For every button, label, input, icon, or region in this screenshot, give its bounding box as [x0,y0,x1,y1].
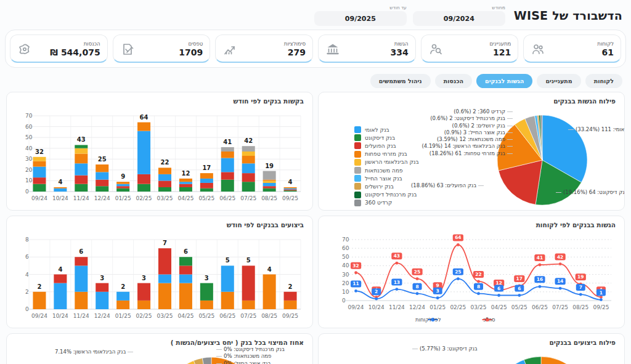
legend-swatch [354,142,361,149]
tab-bar: לקוחות מתעניינים הגשות לבנקים הכנסות ניה… [9,74,622,88]
x-tick-label: 07/25 [240,313,256,319]
bar-segment [137,123,150,131]
bar-segment [75,184,88,192]
bar-total-label: 9 [121,173,125,180]
y-tick-label: 20 [25,167,33,173]
bar-segment [179,257,192,265]
kpi-panel: לקוחות 61 מתעניינים 121 הגשות 334 סימולצ… [5,30,626,68]
bar-segment [158,248,171,274]
y-tick-label: 70 [25,113,33,119]
x-tick-label: 03/25 [157,313,173,319]
x-tick-label: 07/25 [240,195,256,201]
x-tick-label: 12/24 [94,313,110,319]
bar-segment [158,275,171,283]
legend-label: קרדיט 360 [365,200,392,206]
y-tick-label: 0 [342,297,346,304]
tab-customers[interactable]: לקוחות [585,74,622,88]
bar-segment [75,148,88,154]
x-tick-label: 03/25 [157,195,173,201]
bank-requests-bar-chart[interactable]: 0102030405060703209/24410/244311/242512/… [9,106,309,208]
forms-icon [120,42,135,57]
legend-label: פמה משכנתאות [365,168,403,174]
data-point [559,287,562,290]
tab-income[interactable]: הכנסות [435,74,472,88]
kpi-customers: לקוחות 61 [523,34,621,63]
bar-segment [263,171,276,180]
chart-card-performance-split: פילוח ביצועים בבנקים בנק דיסקונט: 3 (5.7… [318,333,625,364]
point-value-text: 25 [455,269,461,275]
legend-swatch [354,175,361,182]
x-tick-label: 11/24 [73,195,89,201]
y-tick-label: 10 [25,177,33,184]
tab-prospects[interactable]: מתעניינים [537,74,580,88]
bar-total-label: 2 [121,283,125,290]
bar-segment [221,147,234,152]
data-point [518,294,521,297]
data-point [539,264,542,267]
point-value-text: 64 [455,235,461,240]
bar-total-label: 25 [98,156,107,163]
kpi-label: לקוחות [597,41,614,47]
x-tick-label: 05/25 [198,195,214,201]
x-tick-label: 09/25 [282,195,298,201]
date-from-label: מחודש [413,5,505,10]
bar-segment [200,173,213,179]
date-from: מחודש 09/2024 [413,5,505,26]
legend-item: בנק אוצר החייל [354,174,419,182]
bar-segment [263,275,276,310]
chart-card-bank-requests: בקשות בנקים לפי חודש 0102030405060703209… [6,92,313,211]
charts-grid: פילוח הגשות בבנקים בנק לאומיבנק דיסקונטב… [6,92,625,364]
y-tick-label: 4 [25,272,29,278]
bank-performance-bar-chart[interactable]: 02468209/24410/24611/24312/24201/25302/2… [9,230,309,325]
bar-segment [137,283,150,301]
y-tick-label: 0 [25,188,29,195]
bar-segment [284,190,297,192]
kpi-forms: טפסים 1709 [113,34,211,63]
bar-segment [242,182,255,192]
kpi-label: מתעניינים [489,41,511,47]
date-to: עד חודש 09/2025 [314,5,407,26]
bar-segment [54,283,67,309]
bar-segment [96,292,108,309]
legend-swatch [354,126,361,133]
legend-label: בנק ירושלים [365,184,394,190]
x-tick-label: 02/25 [136,313,152,319]
bar-segment [75,176,88,184]
tab-user-management[interactable]: ניהול משתמשים [370,74,431,88]
y-tick-label: 50 [25,134,33,140]
header: הדשבורד של WISE מחודש 09/2024 עד חודש 09… [0,0,631,28]
chart-card-utilization: אחוז המיצוי בכל בנק ( יחס ביצועים/הגשות … [6,333,313,364]
x-tick-label: 05/25 [511,304,527,310]
bar-segment [242,173,255,182]
y-tick-label: 60 [25,124,33,130]
bar-segment [116,184,129,187]
x-tick-label: 09/24 [31,195,47,201]
bar-segment [75,265,88,291]
bar-total-label: 2 [37,283,41,290]
submissions-line-chart[interactable]: 01020304050607009/2410/2411/2412/2401/25… [321,230,621,326]
bar-segment [200,188,213,192]
point-value-text: 32 [352,263,359,269]
bar-total-label: 4 [58,266,62,273]
point-value-text: 2 [375,289,378,294]
x-tick-label: 09/25 [282,313,298,319]
legend-label: סה"כ [483,317,495,323]
legend-swatch [354,183,361,190]
bar-segment [179,182,192,184]
date-to-input[interactable]: 09/2025 [314,11,407,26]
bar-segment [116,182,129,184]
bar-total-label: 12 [181,170,190,177]
bar-total-label: 6 [184,248,188,255]
bar-segment [33,184,46,192]
date-from-input[interactable]: 09/2024 [413,11,505,26]
kpi-value: 334 [390,47,408,57]
bar-segment [137,301,150,309]
x-tick-label: 09/24 [31,313,47,319]
legend-item: פמה משכנתאות [354,166,419,174]
data-point [375,297,378,301]
bar-segment [33,177,46,184]
bar-segment [96,172,108,179]
bar-total-label: 4 [288,179,293,185]
bar-segment [221,265,234,291]
tab-bank-submissions[interactable]: הגשות לבנקים [476,74,532,88]
